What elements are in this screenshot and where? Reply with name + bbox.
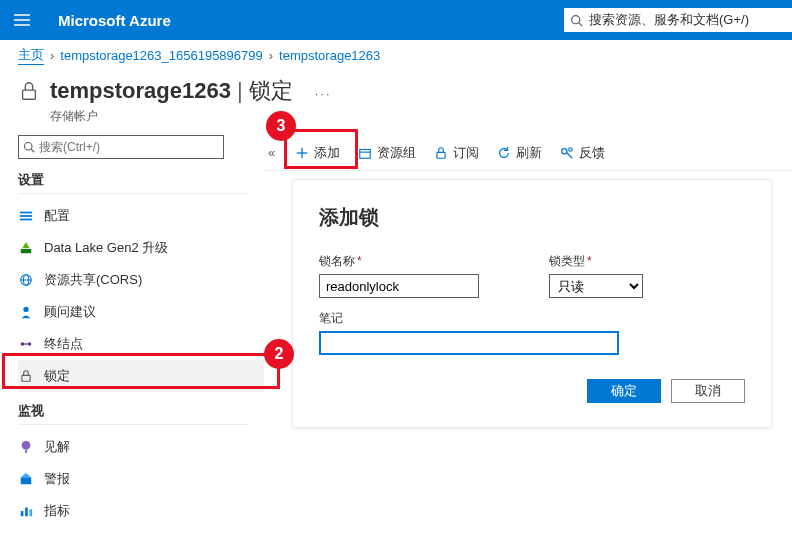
nav-item-alerts[interactable]: 警报 — [18, 463, 264, 495]
svg-point-6 — [25, 143, 33, 151]
nav-item-label: 警报 — [44, 470, 70, 488]
refresh-label: 刷新 — [516, 144, 542, 162]
svg-rect-23 — [21, 477, 32, 484]
endpoint-icon — [18, 336, 34, 352]
global-search[interactable]: 搜索资源、服务和文档(G+/) — [564, 8, 792, 32]
nav-search[interactable] — [18, 135, 224, 159]
svg-marker-12 — [23, 242, 30, 248]
nav-item-label: 指标 — [44, 502, 70, 520]
more-actions[interactable]: ··· — [315, 86, 332, 101]
svg-rect-10 — [20, 219, 32, 221]
config-icon — [18, 208, 34, 224]
svg-point-3 — [572, 15, 580, 23]
refresh-button[interactable]: 刷新 — [497, 144, 542, 162]
ok-button[interactable]: 确定 — [587, 379, 661, 403]
svg-rect-22 — [25, 450, 27, 454]
refresh-icon — [497, 146, 511, 160]
svg-rect-26 — [25, 508, 28, 517]
insights-icon — [18, 439, 34, 455]
breadcrumb-item-0[interactable]: tempstorage1263_1656195896799 — [60, 48, 262, 63]
svg-line-4 — [579, 22, 582, 25]
lock-type-label: 锁类型* — [549, 253, 643, 270]
title-row: tempstorage1263|锁定 存储帐户 ··· — [0, 70, 792, 135]
nav-search-input[interactable] — [39, 140, 209, 154]
add-label: 添加 — [314, 144, 340, 162]
nav-group-monitoring: 监视 — [18, 402, 248, 425]
nav-item-label: 见解 — [44, 438, 70, 456]
svg-rect-27 — [30, 509, 33, 516]
top-bar: Microsoft Azure 搜索资源、服务和文档(G+/) — [0, 0, 792, 40]
svg-point-16 — [23, 307, 28, 312]
left-nav: 设置 配置 Data Lake Gen2 升级 资源共享(CORS) 顾问建议 … — [18, 135, 268, 527]
advisor-icon — [18, 304, 34, 320]
feedback-button[interactable]: 反馈 — [560, 144, 605, 162]
nav-item-advisor[interactable]: 顾问建议 — [18, 296, 264, 328]
nav-item-label: 顾问建议 — [44, 303, 96, 321]
breadcrumb: 主页 › tempstorage1263_1656195896799 › tem… — [0, 40, 792, 70]
panel-title: 添加锁 — [319, 204, 745, 231]
hamburger-menu[interactable] — [10, 0, 34, 40]
nav-item-label: 配置 — [44, 207, 70, 225]
svg-point-17 — [21, 342, 25, 346]
resource-group-label: 资源组 — [377, 144, 416, 162]
notes-input[interactable] — [319, 331, 619, 355]
lock-icon — [18, 80, 40, 105]
nav-item-label: 资源共享(CORS) — [44, 271, 142, 289]
svg-point-18 — [28, 342, 32, 346]
nav-item-locks[interactable]: 锁定 — [18, 360, 264, 392]
search-icon — [570, 14, 583, 27]
lock-name-label: 锁名称* — [319, 253, 479, 270]
svg-point-21 — [22, 441, 31, 450]
add-lock-panel: 添加锁 锁名称* 锁类型* 只读 笔记 确定 取消 — [292, 179, 772, 428]
notes-label: 笔记 — [319, 310, 745, 327]
page-title-section: 锁定 — [249, 78, 293, 103]
nav-item-endpoints[interactable]: 终结点 — [18, 328, 264, 360]
nav-item-label: 锁定 — [44, 367, 70, 385]
nav-item-insights[interactable]: 见解 — [18, 431, 264, 463]
cancel-button[interactable]: 取消 — [671, 379, 745, 403]
nav-item-cors[interactable]: 资源共享(CORS) — [18, 264, 264, 296]
nav-item-label: Data Lake Gen2 升级 — [44, 239, 168, 257]
globe-icon — [18, 272, 34, 288]
toolbar: « 添加 资源组 订阅 刷新 反馈 — [264, 135, 792, 171]
resource-group-icon — [358, 146, 372, 160]
alerts-icon — [18, 471, 34, 487]
svg-rect-30 — [360, 149, 371, 158]
svg-line-7 — [31, 149, 34, 152]
subscription-button[interactable]: 订阅 — [434, 144, 479, 162]
breadcrumb-home[interactable]: 主页 — [18, 46, 44, 65]
lock-type-select[interactable]: 只读 — [549, 274, 643, 298]
feedback-icon — [560, 146, 574, 160]
page-subtitle: 存储帐户 — [50, 108, 293, 125]
datalake-icon — [18, 240, 34, 256]
main-content: « 添加 资源组 订阅 刷新 反馈 3 — [268, 135, 792, 527]
page-title-resource: tempstorage1263 — [50, 78, 231, 103]
svg-rect-25 — [21, 511, 24, 516]
lock-name-input[interactable] — [319, 274, 479, 298]
resource-group-button[interactable]: 资源组 — [358, 144, 416, 162]
svg-rect-5 — [23, 90, 36, 99]
svg-point-33 — [562, 148, 567, 153]
lock-icon — [434, 146, 448, 160]
svg-rect-9 — [20, 215, 32, 217]
svg-point-34 — [569, 147, 573, 151]
nav-item-config[interactable]: 配置 — [18, 200, 264, 232]
svg-rect-20 — [22, 375, 30, 381]
search-icon — [23, 141, 35, 153]
svg-rect-32 — [437, 152, 445, 158]
breadcrumb-item-1[interactable]: tempstorage1263 — [279, 48, 380, 63]
brand-label: Microsoft Azure — [58, 12, 171, 29]
svg-rect-11 — [21, 249, 32, 253]
nav-item-metrics[interactable]: 指标 — [18, 495, 264, 527]
plus-icon — [295, 146, 309, 160]
svg-rect-8 — [20, 212, 32, 214]
metrics-icon — [18, 503, 34, 519]
nav-item-label: 终结点 — [44, 335, 83, 353]
nav-item-datalake[interactable]: Data Lake Gen2 升级 — [18, 232, 264, 264]
collapse-chevron-icon[interactable]: « — [268, 145, 275, 160]
add-button[interactable]: 添加 — [295, 144, 340, 162]
feedback-label: 反馈 — [579, 144, 605, 162]
lock-icon — [18, 368, 34, 384]
hamburger-icon — [14, 14, 30, 26]
global-search-placeholder: 搜索资源、服务和文档(G+/) — [589, 11, 749, 29]
